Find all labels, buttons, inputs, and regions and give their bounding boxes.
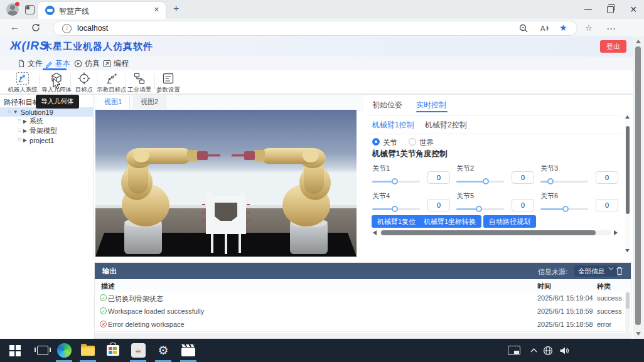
joint5-value-input[interactable] xyxy=(512,199,534,211)
trash-icon[interactable] xyxy=(616,267,623,275)
svg-text:A: A xyxy=(540,24,545,32)
3d-scene-canvas[interactable] xyxy=(95,110,357,257)
scroll-right-icon[interactable] xyxy=(613,230,618,236)
menu-item-simulation[interactable]: 仿真 xyxy=(74,58,100,69)
app-title: 木星工业机器人仿真软件 xyxy=(43,41,153,53)
taskbar-java-app[interactable]: ☕ xyxy=(129,339,147,362)
tab-realtime-control[interactable]: 实时控制 xyxy=(416,100,446,110)
tree-item-solution[interactable]: ⠿ ▼ Solution19 xyxy=(0,107,93,117)
zoom-out-icon[interactable] xyxy=(519,24,528,33)
tree-item-system[interactable]: ⠿ ▶ 系统 xyxy=(0,117,93,126)
start-button[interactable] xyxy=(5,339,25,362)
scroll-up-icon[interactable] xyxy=(635,39,641,44)
drag-handle-icon[interactable]: ⠿ xyxy=(18,119,21,124)
joint3-value-input[interactable] xyxy=(596,171,618,184)
tool-parameter-settings[interactable]: 参数设置 xyxy=(152,72,185,94)
tab-workspaces-icon[interactable] xyxy=(25,5,35,14)
drag-handle-icon[interactable]: ⠿ xyxy=(18,137,21,143)
hidden-icons-chevron[interactable] xyxy=(527,339,540,362)
edge-icon xyxy=(57,343,72,358)
window-close-button[interactable]: ✕ xyxy=(623,0,644,19)
radio-world-mode[interactable] xyxy=(409,138,416,146)
refresh-icon[interactable] xyxy=(31,23,40,32)
volume-icon[interactable] xyxy=(557,339,571,362)
output-panel: 输出 信息来源: 全部信息 描述 时间 种类 ✓ 已切换到骨架状态 2025/6… xyxy=(94,262,631,339)
table-row[interactable]: ✕ Error deleting workspace 2025/6/1 15:1… xyxy=(95,318,631,332)
joint1-slider[interactable] xyxy=(372,178,420,185)
collections-icon[interactable]: ☆ xyxy=(585,23,593,33)
joint5-control: 关节5 xyxy=(456,191,538,216)
scroll-down-icon[interactable] xyxy=(635,331,641,336)
output-hscrollbar-track[interactable] xyxy=(95,333,631,338)
drag-handle-icon[interactable]: ⠿ xyxy=(8,109,11,115)
horizontal-scroll-thumb[interactable] xyxy=(381,230,596,235)
panel-scroll-thumb[interactable] xyxy=(626,126,630,214)
site-info-icon[interactable]: i xyxy=(62,24,72,33)
task-view-button[interactable] xyxy=(33,339,53,362)
window-restore-button[interactable] xyxy=(599,0,621,19)
arm1-reset-button[interactable]: 机械臂1复位 xyxy=(372,215,421,228)
scroll-left-icon[interactable] xyxy=(372,230,377,236)
auto-path-planning-button[interactable]: 自动路径规划 xyxy=(483,215,536,228)
chevron-right-icon[interactable]: ▶ xyxy=(23,119,27,124)
menu-item-programming[interactable]: 编程 xyxy=(103,58,129,69)
menu-item-basic[interactable]: 基本 xyxy=(45,58,70,69)
joint6-slider[interactable] xyxy=(540,205,588,213)
tool-industrial-scene[interactable]: 工业场景 xyxy=(123,72,156,94)
taskbar-settings[interactable]: ⚙ xyxy=(154,339,172,362)
scroll-up-icon[interactable] xyxy=(625,115,630,119)
window-minimize-button[interactable]: — xyxy=(577,0,599,19)
tab-close-icon[interactable]: ✕ xyxy=(154,6,159,14)
taskbar-store[interactable] xyxy=(104,339,122,362)
browser-tab[interactable]: 智慧产线 ✕ xyxy=(38,2,166,19)
url-bar[interactable]: i localhost A ★ xyxy=(53,21,577,36)
joint5-slider[interactable] xyxy=(456,205,504,213)
tab-initial-pose[interactable]: 初始位姿 xyxy=(372,100,402,110)
output-vertical-scrollbar[interactable] xyxy=(625,292,630,333)
logout-button[interactable]: 登出 xyxy=(600,40,626,53)
joint3-slider[interactable] xyxy=(540,178,588,185)
tree-item-skeleton-model[interactable]: ⠿ ▶ 骨架模型 xyxy=(0,126,93,136)
taskbar-explorer[interactable] xyxy=(79,339,97,362)
panel-vertical-scrollbar[interactable] xyxy=(625,112,630,254)
drag-handle-icon[interactable]: ⠿ xyxy=(18,128,21,134)
radio-joint-mode[interactable] xyxy=(372,138,380,146)
java-icon: ☕ xyxy=(131,343,146,358)
joint1-value-input[interactable] xyxy=(427,171,450,184)
url-text[interactable]: localhost xyxy=(77,24,108,33)
tab-view2[interactable]: 视图2 xyxy=(133,95,166,109)
subtab-arm1-control[interactable]: 机械臂1控制 xyxy=(372,120,414,130)
tree-item-project1[interactable]: ⠿ ▶ project1 xyxy=(0,136,93,145)
news-interests-icon[interactable] xyxy=(506,339,522,362)
joint6-value-input[interactable] xyxy=(596,199,618,211)
network-globe-icon[interactable] xyxy=(541,339,555,362)
taskbar-edge[interactable] xyxy=(55,339,73,362)
output-scroll-thumb[interactable] xyxy=(626,292,630,309)
table-row[interactable]: ✓ Workspace loaded successfully 2025/6/1… xyxy=(95,305,631,319)
tab-view1[interactable]: 视图1 xyxy=(97,95,130,109)
taskbar-video-app[interactable] xyxy=(180,339,197,362)
new-tab-button[interactable]: + xyxy=(173,3,179,14)
tool-robot-system[interactable]: 机器人系统 xyxy=(6,72,39,94)
scroll-down-icon[interactable] xyxy=(625,248,630,253)
tab-favicon-icon xyxy=(45,6,55,15)
favorite-star-icon[interactable]: ★ xyxy=(559,23,567,33)
read-aloud-icon[interactable]: A xyxy=(540,24,550,33)
subtab-arm2-control[interactable]: 机械臂2控制 xyxy=(425,120,467,130)
joint2-slider[interactable] xyxy=(456,178,504,185)
chevron-right-icon[interactable]: ▶ xyxy=(23,137,27,143)
joint4-value-input[interactable] xyxy=(427,199,450,211)
joint4-slider[interactable] xyxy=(372,205,420,213)
chevron-down-icon[interactable]: ▼ xyxy=(13,109,18,115)
chevron-right-icon[interactable]: ▶ xyxy=(23,128,27,134)
page-scroll-thumb[interactable] xyxy=(635,46,641,325)
more-options-icon[interactable]: ⋯ xyxy=(606,23,616,35)
joint4-control: 关节4 xyxy=(372,191,454,216)
horizontal-scrollbar[interactable] xyxy=(372,229,618,237)
page-scrollbar[interactable] xyxy=(633,36,644,339)
menu-item-file[interactable]: 文件 xyxy=(18,58,43,69)
joint2-value-input[interactable] xyxy=(512,171,534,184)
table-row[interactable]: ✓ 已切换到骨架状态 2025/6/1 15:19:04 success xyxy=(95,292,631,306)
back-icon[interactable]: ← xyxy=(10,21,19,32)
arm1-coord-transform-button[interactable]: 机械臂1坐标转换 xyxy=(418,215,481,228)
